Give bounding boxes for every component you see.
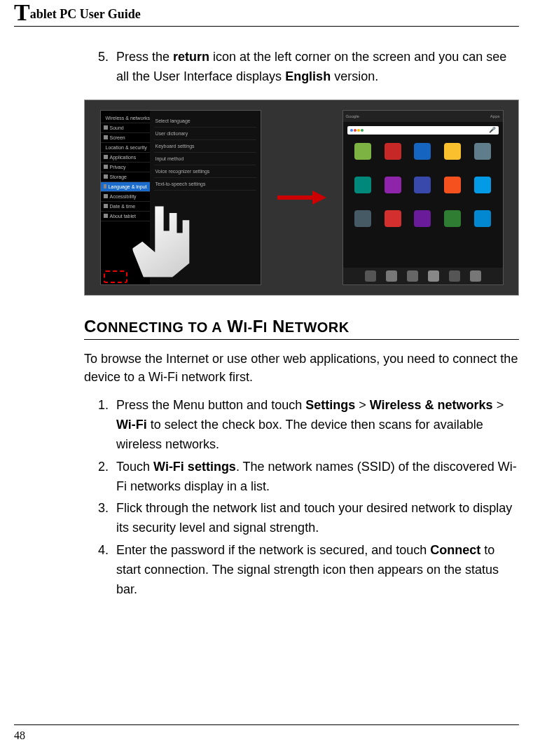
sidebar-row: Screen — [101, 133, 150, 143]
settings-main-row: User dictionary — [154, 128, 256, 140]
sidebar-row: Location & security — [101, 143, 150, 153]
wifi-step-4: Enter the password if the network is sec… — [112, 541, 519, 600]
sidebar-row: About tablet — [101, 212, 150, 221]
step5-bold-english: English — [285, 69, 331, 83]
wifi-step-3: Flick through the network list and touch… — [112, 499, 519, 538]
step-5: Press the return icon at the left corner… — [112, 48, 519, 87]
topbar-right-label: Apps — [490, 114, 500, 118]
page-number: 48 — [14, 729, 519, 742]
step5-bold-return: return — [173, 50, 209, 64]
screenshot-homescreen: Google Apps 🎤 — [342, 110, 504, 285]
step5-text-a: Press the — [116, 50, 173, 64]
wifi-step-2: Touch Wi-Fi settings. The network names … — [112, 458, 519, 497]
app-icon — [385, 210, 401, 227]
google-search-bar: 🎤 — [347, 126, 499, 135]
screenshot-settings: Wireless & networksSoundScreenLocation &… — [100, 110, 261, 285]
footer-rule: 48 — [14, 724, 519, 742]
step5-text-c: version. — [331, 69, 378, 83]
app-icon — [354, 177, 371, 193]
dock-icon — [428, 270, 439, 282]
settings-main-row: Input method — [154, 153, 256, 165]
wifi-step-1: Press the Menu button and touch Settings… — [112, 396, 519, 455]
sidebar-row: Date & time — [101, 202, 150, 212]
apps-grid — [343, 139, 503, 268]
app-icon — [444, 177, 461, 193]
mic-icon: 🎤 — [489, 127, 496, 133]
dock-icon — [365, 270, 376, 282]
sidebar-row: Sound — [101, 123, 150, 133]
section-intro: To browse the Internet or use other web … — [84, 350, 519, 386]
app-icon — [474, 210, 491, 227]
header-dropcap: T — [14, 0, 30, 25]
dock-icon — [449, 270, 460, 282]
sidebar-row: Language & input — [101, 182, 150, 192]
sidebar-row: Privacy — [101, 163, 150, 172]
sidebar-row: Wireless & networks — [101, 114, 150, 123]
home-topbar: Google Apps — [343, 111, 503, 122]
dock-icon — [407, 270, 418, 282]
settings-main-row: Text-to-speech settings — [154, 178, 256, 191]
app-icon — [474, 177, 491, 193]
header-title-rest: ablet PC User Guide — [30, 7, 141, 21]
app-icon — [385, 177, 401, 193]
page-header: Tablet PC User Guide — [14, 7, 519, 27]
app-icon — [385, 143, 401, 160]
figure-screenshots: Wireless & networksSoundScreenLocation &… — [84, 99, 519, 296]
return-button-highlight — [104, 270, 127, 283]
settings-main: Select languageUser dictionaryKeyboard s… — [150, 111, 261, 195]
topbar-left-label: Google — [346, 114, 359, 118]
settings-main-row: Keyboard settings — [154, 140, 256, 153]
sidebar-row: Applications — [101, 153, 150, 163]
red-arrow-icon — [277, 191, 326, 205]
settings-main-row: Select language — [154, 115, 256, 128]
app-icon — [414, 210, 431, 227]
dock-icon — [386, 270, 397, 282]
app-icon — [354, 210, 371, 227]
wifi-steps-list: Press the Menu button and touch Settings… — [84, 396, 519, 600]
sidebar-row: Storage — [101, 172, 150, 182]
app-icon — [414, 143, 431, 160]
app-icon — [444, 143, 461, 160]
sidebar-row: Accessibility — [101, 192, 150, 202]
app-icon — [444, 210, 461, 227]
app-icon — [354, 143, 371, 160]
home-dock — [343, 268, 503, 284]
settings-main-row: Voice recognizer settings — [154, 165, 256, 178]
app-icon — [414, 177, 431, 193]
dock-icon — [470, 270, 481, 282]
step-list-5: Press the return icon at the left corner… — [84, 48, 519, 87]
section-heading-wifi: CONNECTING TO A WI-FI NETWORK — [84, 317, 519, 340]
app-icon — [474, 143, 491, 160]
